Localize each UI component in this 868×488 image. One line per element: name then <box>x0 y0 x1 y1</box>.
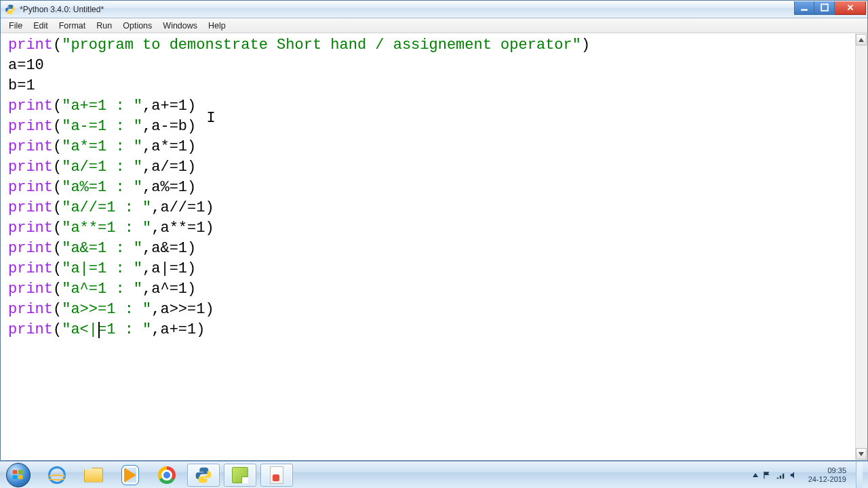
chrome-icon <box>158 466 176 484</box>
code-line[interactable]: print("a+=1 : ",a+=1) <box>8 96 850 117</box>
python-icon <box>5 4 16 15</box>
play-icon <box>124 468 136 483</box>
taskbar-recorder[interactable] <box>260 464 293 487</box>
maximize-button[interactable] <box>814 1 835 15</box>
idle-window: *Python 3.4.0: Untitled* File Edit Forma… <box>0 0 868 461</box>
taskbar-python-idle[interactable] <box>187 464 220 487</box>
scroll-up-button[interactable] <box>856 34 867 45</box>
system-tray: 09:35 24-12-2019 <box>747 462 868 488</box>
minimize-button[interactable] <box>794 1 814 15</box>
code-line[interactable]: print("a%=1 : ",a%=1) <box>8 178 850 198</box>
flag-icon[interactable] <box>762 470 772 480</box>
start-button[interactable] <box>0 462 37 488</box>
code-line[interactable]: b=1 <box>8 76 850 96</box>
menu-file[interactable]: File <box>3 20 28 32</box>
menu-format[interactable]: Format <box>54 20 92 32</box>
code-line[interactable]: print("a*=1 : ",a*=1) <box>8 137 850 157</box>
menu-windows[interactable]: Windows <box>157 20 203 32</box>
taskbar-sticky-notes[interactable] <box>224 464 256 487</box>
code-line[interactable]: print("a<|=1 : ",a+=1) <box>8 320 850 340</box>
svg-rect-2 <box>13 470 18 474</box>
taskbar-items <box>37 462 297 488</box>
titlebar[interactable]: *Python 3.4.0: Untitled* <box>1 1 867 18</box>
close-button[interactable] <box>835 1 866 15</box>
svg-rect-1 <box>821 4 828 11</box>
code-editor[interactable]: print("program to demonstrate Short hand… <box>1 34 855 460</box>
scroll-track[interactable] <box>856 45 867 448</box>
vertical-scrollbar[interactable] <box>855 34 867 460</box>
svg-rect-0 <box>801 9 808 10</box>
show-desktop-button[interactable] <box>856 462 863 489</box>
taskbar-chrome[interactable] <box>151 464 183 487</box>
taskbar-media-player[interactable] <box>114 464 146 487</box>
menu-options[interactable]: Options <box>117 20 157 32</box>
svg-rect-5 <box>18 475 23 479</box>
svg-rect-3 <box>18 470 23 474</box>
svg-rect-4 <box>13 475 18 479</box>
volume-icon[interactable] <box>789 470 799 480</box>
menu-run[interactable]: Run <box>91 20 117 32</box>
taskbar-spacer <box>297 462 747 488</box>
folder-icon <box>84 468 103 483</box>
code-line[interactable]: print("a^=1 : ",a^=1) <box>8 279 850 300</box>
python-icon <box>195 466 212 484</box>
clock-date: 24-12-2019 <box>808 475 846 484</box>
window-controls <box>794 1 866 15</box>
menu-help[interactable]: Help <box>203 20 231 32</box>
tray-overflow-icon[interactable] <box>753 473 758 477</box>
menu-edit[interactable]: Edit <box>28 20 54 32</box>
tray-icons[interactable] <box>753 470 799 480</box>
taskbar-explorer[interactable] <box>77 464 110 487</box>
text-caret <box>98 322 100 338</box>
menubar: File Edit Format Run Options Windows Hel… <box>1 18 867 33</box>
code-line[interactable]: print("program to demonstrate Short hand… <box>8 35 850 56</box>
editor-area: print("program to demonstrate Short hand… <box>1 34 867 460</box>
code-line[interactable]: print("a|=1 : ",a|=1) <box>8 259 850 279</box>
network-icon[interactable] <box>776 470 785 480</box>
scroll-down-button[interactable] <box>856 448 867 460</box>
windows-logo-icon <box>12 468 25 482</box>
ie-icon <box>48 466 66 484</box>
clock[interactable]: 09:35 24-12-2019 <box>804 466 850 484</box>
taskbar-ie[interactable] <box>41 464 73 487</box>
code-line[interactable]: print("a-=1 : ",a-=b) <box>8 117 850 137</box>
note-icon <box>232 467 248 483</box>
code-line[interactable]: print("a&=1 : ",a&=1) <box>8 239 850 259</box>
code-line[interactable]: a=10 <box>8 56 850 76</box>
code-line[interactable]: print("a//=1 : ",a//=1) <box>8 198 850 218</box>
code-line[interactable]: print("a/=1 : ",a/=1) <box>8 157 850 178</box>
code-line[interactable]: print("a>>=1 : ",a>>=1) <box>8 300 850 320</box>
clock-time: 09:35 <box>808 466 846 475</box>
window-title: *Python 3.4.0: Untitled* <box>20 5 794 14</box>
recorder-icon <box>270 466 283 484</box>
code-line[interactable]: print("a**=1 : ",a**=1) <box>8 218 850 239</box>
taskbar: 09:35 24-12-2019 <box>0 461 868 488</box>
